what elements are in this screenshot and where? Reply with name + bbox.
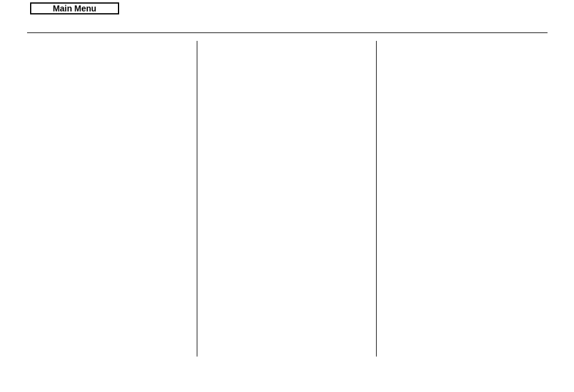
- horizontal-divider: [27, 32, 548, 33]
- main-menu-button[interactable]: Main Menu: [30, 2, 119, 14]
- vertical-divider-right: [376, 41, 377, 357]
- vertical-divider-left: [197, 41, 197, 357]
- main-menu-label: Main Menu: [53, 4, 96, 13]
